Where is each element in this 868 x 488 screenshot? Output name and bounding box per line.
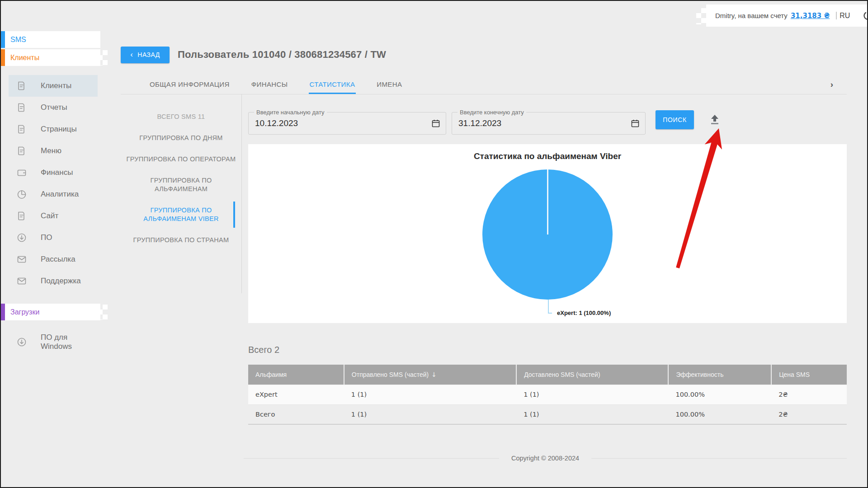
- cell-delivered: 1 (1): [516, 385, 668, 404]
- start-date-field[interactable]: Введите начальную дату 10.12.2023: [248, 109, 446, 135]
- submenu-item-group-by-operators[interactable]: ГРУППИРОВКА ПО ОПЕРАТОРАМ: [121, 154, 241, 164]
- sidebar-item-menu[interactable]: Меню: [9, 140, 98, 162]
- alphaname-stats-table: Альфаимя Отправлено SMS (частей)↓ Достав…: [248, 365, 847, 425]
- sidebar-item-label: Клиенты: [41, 81, 71, 90]
- sidebar-item-pages[interactable]: Страницы: [9, 118, 98, 140]
- pie-label-leader-line: [548, 300, 549, 314]
- russian-flag-icon[interactable]: [836, 12, 837, 19]
- sidebar-item-label: Аналитика: [41, 190, 79, 199]
- footer: Copyright © 2008-2024: [244, 455, 847, 462]
- cell-delivered: 1 (1): [516, 404, 668, 424]
- accent-bar: [1, 304, 5, 320]
- sidebar-item-support[interactable]: Поддержка: [9, 270, 98, 292]
- submenu-item-group-by-countries[interactable]: ГРУППИРОВКА ПО СТРАНАМ: [121, 235, 241, 245]
- sidebar-section-sms[interactable]: SMS: [1, 31, 100, 48]
- logout-power-icon[interactable]: [862, 9, 868, 22]
- download-icon: [16, 232, 27, 243]
- mail-icon: [16, 254, 27, 265]
- app-window: Dmitry, на вашем счету 31,3183 ₴ RU SMS …: [0, 0, 868, 488]
- tab-general-info[interactable]: ОБЩАЯ ИНФОРМАЦИЯ: [149, 76, 231, 94]
- user-greeting: Dmitry, на вашем счету: [715, 12, 788, 19]
- accent-bar: [1, 31, 5, 48]
- document-icon: [16, 102, 27, 113]
- pie-chart-icon: [16, 189, 27, 200]
- column-header-sent[interactable]: Отправлено SMS (частей)↓: [344, 365, 516, 385]
- user-account-box: Dmitry, на вашем счету 31,3183 ₴ RU: [706, 5, 867, 27]
- submenu-item-total-sms[interactable]: ВСЕГО SMS 11: [121, 112, 241, 122]
- start-date-label: Введите начальную дату: [254, 109, 327, 116]
- column-header-alphaname[interactable]: Альфаимя: [248, 365, 344, 385]
- balance-link[interactable]: 31,3183 ₴: [791, 12, 830, 20]
- table-header: Альфаимя Отправлено SMS (частей)↓ Достав…: [248, 365, 847, 385]
- sidebar-item-label: Поддержка: [41, 277, 81, 286]
- sidebar-item-label: Рассылка: [41, 255, 75, 264]
- sidebar-item-mailing[interactable]: Рассылка: [9, 249, 98, 270]
- page-title: Пользователь 101040 / 380681234567 / TW: [178, 49, 386, 61]
- cell-price: 2₴: [771, 385, 847, 404]
- submenu-item-group-by-alphanames[interactable]: ГРУППИРОВКА ПО АЛЬФАИМЕНАМ: [129, 175, 234, 194]
- sidebar-section-downloads[interactable]: Загрузки: [1, 304, 100, 320]
- sidebar-item-site[interactable]: Сайт: [9, 205, 98, 227]
- sidebar-section-clients[interactable]: Клиенты: [1, 49, 100, 66]
- wallet-icon: [16, 167, 27, 178]
- end-date-field[interactable]: Введите конечную дату 31.12.2023: [452, 109, 646, 135]
- section-label: Загрузки: [10, 308, 39, 316]
- stats-table-body: eXpert 1 (1) 1 (1) 100.00% 2₴ Всего 1 (1…: [248, 385, 847, 424]
- date-filter-row: Введите начальную дату 10.12.2023 Введит…: [248, 109, 847, 136]
- submenu-item-group-by-alphanames-viber[interactable]: ГРУППИРОВКА ПО АЛЬФАИМЕНАМ VIBER: [129, 205, 234, 224]
- calendar-icon[interactable]: [431, 119, 440, 128]
- tab-finances[interactable]: ФИНАНСЫ: [250, 76, 289, 94]
- calendar-icon[interactable]: [631, 119, 640, 128]
- start-date-value[interactable]: 10.12.2023: [255, 118, 431, 128]
- tab-statistics[interactable]: СТАТИСТИКА: [309, 76, 356, 94]
- tab-names[interactable]: ИМЕНА: [376, 76, 403, 94]
- cell-sent: 1 (1): [344, 404, 516, 424]
- sidebar-menu: Клиенты Отчеты Страницы Меню Финансы Ана…: [1, 75, 100, 292]
- copyright-text: Copyright © 2008-2024: [499, 455, 591, 462]
- sidebar-item-clients[interactable]: Клиенты: [9, 75, 98, 97]
- sidebar-item-software[interactable]: ПО: [9, 227, 98, 249]
- cell-price: 2₴: [771, 404, 847, 424]
- section-label: SMS: [10, 36, 26, 44]
- language-label[interactable]: RU: [840, 12, 850, 20]
- table-row: eXpert 1 (1) 1 (1) 100.00% 2₴: [248, 385, 847, 404]
- mail-icon: [16, 276, 27, 286]
- submenu-item-group-by-days[interactable]: ГРУППИРОВКА ПО ДНЯМ: [121, 133, 241, 143]
- pie-slice-expert: [482, 169, 613, 300]
- table-row: Всего 1 (1) 1 (1) 100.00% 2₴: [248, 404, 847, 424]
- document-icon: [16, 124, 27, 135]
- sidebar-item-label: Сайт: [41, 211, 58, 221]
- column-header-delivered[interactable]: Доставлено SMS (частей): [516, 365, 668, 385]
- sidebar-item-label: Финансы: [41, 168, 73, 177]
- statistics-content: ВСЕГО SMS 11 ГРУППИРОВКА ПО ДНЯМ ГРУППИР…: [121, 94, 847, 462]
- cell-alphaname: Всего: [248, 404, 344, 424]
- page-header: ‹ НАЗАД Пользователь 101040 / 3806812345…: [121, 46, 847, 63]
- upload-export-icon[interactable]: [708, 113, 721, 126]
- cell-alphaname: eXpert: [248, 385, 344, 404]
- sidebar: SMS Клиенты Клиенты Отчеты Страницы Меню: [1, 1, 100, 487]
- chevron-right-icon[interactable]: ›: [830, 80, 833, 89]
- sidebar-item-windows-software[interactable]: ПО для Windows: [9, 328, 98, 356]
- statistics-submenu: ВСЕГО SMS 11 ГРУППИРОВКА ПО ДНЯМ ГРУППИР…: [121, 94, 242, 293]
- pie-label-leader-line: [548, 313, 552, 314]
- table-total-label: Всего 2: [248, 345, 847, 355]
- sidebar-item-label: ПО: [41, 233, 52, 242]
- column-header-efficiency[interactable]: Эффективность: [668, 365, 771, 385]
- end-date-label: Введите конечную дату: [458, 109, 526, 116]
- sidebar-item-label: Страницы: [41, 125, 77, 134]
- back-button-label: НАЗАД: [137, 51, 160, 58]
- back-button[interactable]: ‹ НАЗАД: [121, 47, 170, 63]
- document-icon: [16, 145, 27, 156]
- sidebar-item-finances[interactable]: Финансы: [9, 162, 98, 183]
- cell-sent: 1 (1): [344, 385, 516, 404]
- search-button[interactable]: ПОИСК: [656, 110, 694, 129]
- chevron-left-icon: ‹: [130, 51, 133, 58]
- cell-efficiency: 100.00%: [668, 404, 771, 424]
- end-date-value[interactable]: 31.12.2023: [458, 118, 631, 128]
- download-icon: [16, 337, 27, 347]
- viber-pie-chart-card: Статистика по альфаименам Viber eXpert: …: [248, 144, 847, 323]
- sidebar-item-reports[interactable]: Отчеты: [9, 97, 98, 118]
- sidebar-item-analytics[interactable]: Аналитика: [9, 183, 98, 205]
- chart-title: Статистика по альфаименам Viber: [248, 144, 847, 161]
- column-header-price[interactable]: Цена SMS: [771, 365, 847, 385]
